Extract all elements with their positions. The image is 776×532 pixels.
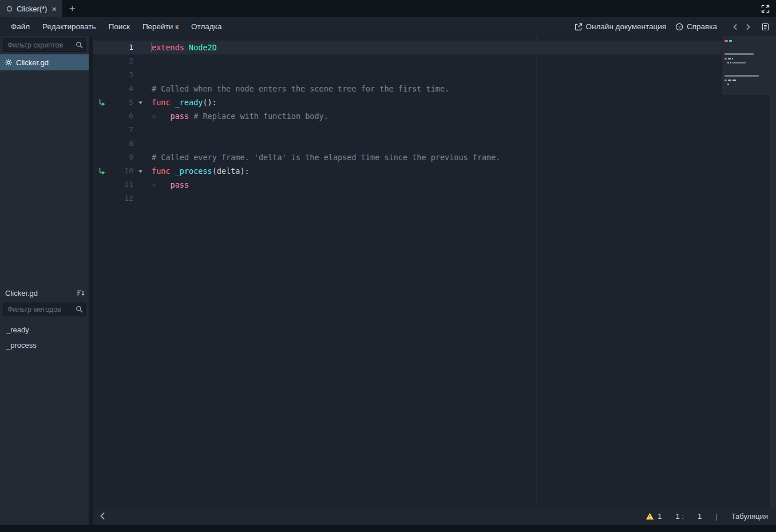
script-list-item[interactable]: Clicker.gd xyxy=(0,54,89,70)
code-line[interactable]: 11» pass xyxy=(93,178,776,192)
token-keyword: func xyxy=(152,98,175,107)
line-number[interactable]: 6 xyxy=(110,109,133,123)
help-link[interactable]: ? Справка xyxy=(675,22,717,31)
current-script-label: Clicker.gd xyxy=(5,289,38,297)
warnings-indicator[interactable]: 1 xyxy=(646,512,662,521)
code-text xyxy=(147,192,152,205)
code-lines: 1extends Node2D234# Called when the node… xyxy=(93,36,776,205)
scripts-filter-input[interactable] xyxy=(3,38,86,52)
token-keyword: extends xyxy=(152,43,189,52)
line-number[interactable]: 1 xyxy=(110,41,133,54)
fold-arrow-icon[interactable] xyxy=(133,96,147,109)
minimap-line xyxy=(724,39,767,43)
connect-signal-icon[interactable] xyxy=(93,164,110,178)
menu-item-edit[interactable]: Редактировать xyxy=(36,17,102,36)
menu-item-goto[interactable]: Перейти к xyxy=(136,17,185,36)
methods-filter-input[interactable] xyxy=(3,303,86,316)
external-link-icon xyxy=(575,23,583,31)
menu-item-file[interactable]: Файл xyxy=(5,17,36,36)
panel-separator[interactable] xyxy=(89,36,93,525)
line-number[interactable]: 3 xyxy=(110,68,133,82)
gutter-fold-space xyxy=(133,41,147,54)
minimap-segment xyxy=(733,62,746,63)
sort-methods-icon[interactable] xyxy=(76,288,86,297)
line-number[interactable]: 10 xyxy=(110,164,133,178)
methods-list: _ready_process xyxy=(0,319,89,525)
indent-mode[interactable]: Табуляция xyxy=(731,512,768,521)
code-text: func _process(delta): xyxy=(147,164,250,178)
chevron-right-icon[interactable] xyxy=(745,23,751,30)
code-text: func _ready(): xyxy=(147,96,217,109)
line-number[interactable]: 5 xyxy=(110,96,133,109)
gutter-fold-space xyxy=(133,54,147,68)
close-tab-icon[interactable]: × xyxy=(51,5,57,13)
code-line[interactable]: 9# Called every frame. 'delta' is the el… xyxy=(93,150,776,164)
main-column: 1extends Node2D234# Called when the node… xyxy=(93,36,776,525)
scripts-sidebar: Clicker.gd Clicker.gd _ready_process xyxy=(0,36,89,525)
line-number[interactable]: 2 xyxy=(110,54,133,68)
minimap-line xyxy=(724,56,767,61)
token-text: (delta): xyxy=(212,166,250,176)
line-number[interactable]: 12 xyxy=(110,192,133,205)
code-line[interactable]: 12 xyxy=(93,192,776,205)
script-tab[interactable]: Clicker(*) × xyxy=(0,0,62,17)
expand-editor-icon[interactable] xyxy=(754,0,776,17)
minimap-segment xyxy=(724,53,754,55)
minimap-segment xyxy=(727,62,729,63)
minimap[interactable] xyxy=(722,36,770,95)
code-line[interactable]: 10func _process(delta): xyxy=(93,164,776,178)
code-line[interactable]: 2 xyxy=(93,54,776,68)
gutter-connect-space xyxy=(93,178,110,192)
code-line[interactable]: 6» pass # Replace with function body. xyxy=(93,109,776,123)
token-control: pass xyxy=(171,112,189,121)
chevron-left-icon[interactable] xyxy=(732,23,739,30)
tabbar-spacer xyxy=(82,0,754,17)
code-line[interactable]: 8 xyxy=(93,137,776,150)
gutter-fold-space xyxy=(133,82,147,96)
line-number[interactable]: 4 xyxy=(110,82,133,96)
method-item[interactable]: _process xyxy=(0,338,89,353)
menu-item-debug[interactable]: Отладка xyxy=(185,17,228,36)
godot-script-editor-window: Clicker(*) × + ФайлРедактироватьПоискПер… xyxy=(0,0,776,532)
online-docs-label: Онлайн документация xyxy=(586,22,667,31)
gutter-fold-space xyxy=(133,192,147,205)
method-item[interactable]: _ready xyxy=(0,322,89,338)
bottom-panel-strip xyxy=(0,525,776,532)
connect-signal-icon[interactable] xyxy=(93,96,110,109)
code-editor[interactable]: 1extends Node2D234# Called when the node… xyxy=(93,36,776,507)
gutter-connect-space xyxy=(93,192,110,205)
caret-column: 1 xyxy=(698,512,702,521)
collapse-panel-icon[interactable] xyxy=(99,512,106,520)
methods-filter-row xyxy=(0,300,89,319)
code-text: » pass # Replace with function body. xyxy=(147,109,328,123)
gutter-fold-space xyxy=(133,109,147,123)
menu-bar: ФайлРедактироватьПоискПерейти кОтладка О… xyxy=(0,17,776,36)
scripts-panel-toggle-icon[interactable] xyxy=(762,23,769,31)
code-line[interactable]: 7 xyxy=(93,123,776,137)
code-line[interactable]: 4# Called when the node enters the scene… xyxy=(93,82,776,96)
minimap-line xyxy=(724,82,767,87)
new-script-button[interactable]: + xyxy=(62,0,82,17)
script-file-icon xyxy=(6,6,13,12)
code-line[interactable]: 3 xyxy=(93,68,776,82)
token-class: Node2D xyxy=(189,43,217,52)
code-text xyxy=(147,68,152,82)
editor-body: Clicker.gd Clicker.gd _ready_process xyxy=(0,36,776,525)
gutter-fold-space xyxy=(133,137,147,150)
online-docs-link[interactable]: Онлайн документация xyxy=(575,22,667,31)
minimap-segment xyxy=(727,84,729,85)
code-line[interactable]: 1extends Node2D xyxy=(93,41,776,54)
fold-arrow-icon[interactable] xyxy=(133,164,147,178)
menu-item-search[interactable]: Поиск xyxy=(102,17,136,36)
code-text xyxy=(147,137,152,150)
scripts-list: Clicker.gd xyxy=(0,54,89,285)
line-number[interactable]: 7 xyxy=(110,123,133,137)
line-number[interactable]: 11 xyxy=(110,178,133,192)
vertical-scrollbar[interactable] xyxy=(770,36,776,507)
minimap-segment xyxy=(729,40,732,42)
search-icon xyxy=(76,41,83,49)
line-number[interactable]: 9 xyxy=(110,150,133,164)
line-number[interactable]: 8 xyxy=(110,137,133,150)
gutter-connect-space xyxy=(93,137,110,150)
code-line[interactable]: 5func _ready(): xyxy=(93,96,776,109)
